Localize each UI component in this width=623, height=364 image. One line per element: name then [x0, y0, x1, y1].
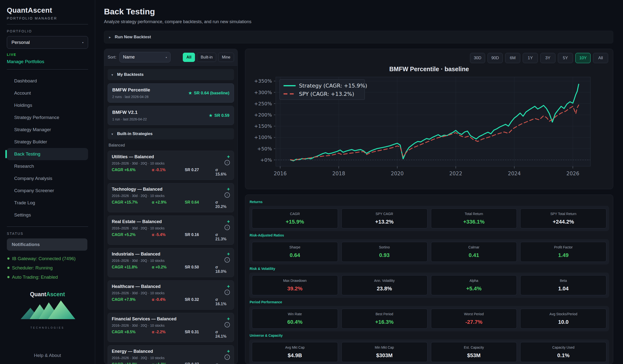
- strategy-card[interactable]: Industrials — Balanced+2016–2026 · 30d ·…: [108, 248, 234, 277]
- equity-curve-chart: +0%+50%+100%+150%+200%+250%+300%+350%201…: [250, 73, 608, 186]
- metric-value: -27.7%: [434, 319, 514, 325]
- section-header-my-backtests[interactable]: ▾ My Backtests: [108, 69, 234, 80]
- add-strategy-button[interactable]: +: [227, 154, 230, 160]
- strategy-card[interactable]: Real Estate — Balanced+2016–2026 · 30d ·…: [108, 216, 234, 245]
- run-new-backtest-label: Run New Backtest: [115, 35, 151, 39]
- strategy-card[interactable]: Energy — Balanced+2016–2026 · 30d · 20Q …: [108, 345, 234, 364]
- svg-text:+50%: +50%: [257, 146, 272, 152]
- section-header-built-in[interactable]: ▾ Built-in Strategies: [108, 128, 234, 140]
- app-subtitle: PORTFOLIO MANAGER: [7, 16, 88, 20]
- range-30d[interactable]: 30D: [470, 53, 485, 63]
- status-dot-icon: [7, 258, 9, 260]
- strategy-meta-row: 2016–2026 · 30d · 20Q · 10 stocksi: [112, 160, 230, 165]
- metric-card: Min Mkt Cap$303M: [341, 342, 427, 362]
- metric-section-label: Returns: [250, 200, 609, 204]
- sidebar-item-settings[interactable]: Settings: [7, 209, 88, 221]
- filter-mine[interactable]: Mine: [218, 53, 234, 62]
- run-new-backtest-bar[interactable]: ▸ Run New Backtest: [104, 31, 613, 43]
- sidebar-item-holdings[interactable]: Holdings: [7, 99, 88, 111]
- metric-label: Min Mkt Cap: [344, 345, 425, 349]
- range-6m[interactable]: 6M: [505, 53, 520, 63]
- metric-label: Est. Capacity: [434, 345, 514, 349]
- info-icon[interactable]: i: [224, 160, 230, 165]
- page-title: Back Testing: [104, 7, 613, 16]
- range-all[interactable]: All: [593, 53, 608, 63]
- metric-label: Total Return: [434, 212, 514, 216]
- add-strategy-button[interactable]: +: [227, 219, 230, 224]
- metric-label: Calmar: [434, 245, 514, 249]
- sort-select[interactable]: Name ▪: [119, 52, 171, 62]
- sidebar-item-research[interactable]: Research: [7, 160, 88, 172]
- add-strategy-button[interactable]: +: [227, 186, 230, 192]
- range-90d[interactable]: 90D: [488, 53, 503, 63]
- range-3y[interactable]: 3Y: [540, 53, 556, 63]
- info-icon[interactable]: i: [224, 257, 230, 263]
- status-text: Scheduler: Running: [12, 265, 53, 270]
- sidebar-item-strategy-manager[interactable]: Strategy Manager: [7, 124, 88, 136]
- svg-text:2022: 2022: [449, 171, 462, 177]
- info-icon[interactable]: i: [224, 192, 230, 198]
- stat-sigma: σ 21.3%: [216, 233, 230, 241]
- strategy-stats-row: CAGR +8.5%α -2.2%SR 0.31σ 24.1%: [112, 330, 230, 339]
- svg-text:+350%: +350%: [254, 78, 272, 84]
- sidebar-item-strategy-performance[interactable]: Strategy Performance: [7, 111, 88, 124]
- filter-all[interactable]: All: [183, 53, 195, 62]
- sidebar-item-company-analysis[interactable]: Company Analysis: [7, 172, 88, 184]
- stat-sharpe: SR 0.31: [185, 330, 215, 339]
- sidebar-item-back-testing[interactable]: Back Testing: [7, 148, 88, 160]
- results-column: 30D90D6M1Y3Y5Y10YAll BMFW Percentile · b…: [245, 49, 613, 364]
- section-header-label: Built-in Strategies: [117, 131, 153, 136]
- notifications-button[interactable]: Notifications: [7, 239, 87, 251]
- sidebar-item-strategy-builder[interactable]: Strategy Builder: [7, 136, 88, 148]
- strategy-meta: 2016–2026 · 30d · 20Q · 10 stocks: [112, 356, 164, 360]
- metric-card: Sortino0.93: [341, 242, 427, 262]
- range-10y[interactable]: 10Y: [576, 53, 591, 63]
- strategy-card[interactable]: Financial Services — Balanced+2016–2026 …: [108, 313, 234, 342]
- section-header-label: My Backtests: [117, 72, 144, 77]
- metric-label: Sortino: [344, 245, 425, 249]
- info-icon[interactable]: i: [224, 322, 230, 327]
- info-icon[interactable]: i: [224, 290, 230, 295]
- metric-section-label: Universe & Capacity: [250, 334, 609, 337]
- add-strategy-button[interactable]: +: [227, 251, 230, 257]
- metric-section-label: Period Performance: [250, 300, 609, 304]
- metric-card: Worst Period-27.7%: [431, 309, 517, 329]
- filter-built-in[interactable]: Built-in: [197, 53, 216, 62]
- metric-card: SPY Total Return+244.2%: [520, 208, 606, 228]
- metric-label: Best Period: [344, 312, 425, 316]
- metric-value: 10.0: [523, 319, 604, 325]
- dropdown-icon: ▪: [82, 40, 84, 44]
- backtest-card[interactable]: BMFW V2.11 run · last 2026-04-22★SR 0.59: [108, 106, 234, 125]
- stat-cagr: CAGR +7.9%: [112, 297, 152, 306]
- sidebar-item-company-screener[interactable]: Company Screener: [7, 184, 88, 197]
- strategy-meta-row: 2016–2026 · 30d · 20Q · 10 stocksi: [112, 354, 230, 360]
- star-icon: ★: [188, 91, 192, 95]
- chart-title: BMFW Percentile · baseline: [250, 66, 608, 73]
- stat-alpha: α -0.4%: [152, 297, 185, 306]
- info-icon[interactable]: i: [224, 225, 230, 230]
- add-strategy-button[interactable]: +: [227, 284, 230, 289]
- metric-label: Win Rate: [255, 312, 335, 316]
- help-about-link[interactable]: Help & About: [7, 353, 88, 360]
- app-root: QuantAscent PORTFOLIO MANAGER PORTFOLIO …: [0, 0, 623, 364]
- stat-alpha: α +2.9%: [152, 200, 185, 209]
- add-strategy-button[interactable]: +: [227, 349, 230, 354]
- portfolio-select[interactable]: Personal ▪: [7, 36, 88, 49]
- range-5y[interactable]: 5Y: [558, 53, 573, 63]
- metric-value: 0.64: [255, 252, 335, 259]
- backtest-sr-badge: ★SR 0.59: [209, 113, 229, 118]
- info-icon[interactable]: i: [224, 354, 230, 360]
- range-1y[interactable]: 1Y: [523, 53, 538, 63]
- strategy-card[interactable]: Utilities — Balanced+2016–2026 · 30d · 2…: [108, 151, 234, 180]
- sidebar-item-account[interactable]: Account: [7, 87, 88, 99]
- sidebar-item-trade-log[interactable]: Trade Log: [7, 197, 88, 209]
- strategy-card[interactable]: Healthcare — Balanced+2016–2026 · 30d · …: [108, 280, 234, 310]
- divider: [7, 24, 88, 24]
- backtest-card[interactable]: BMFW Percentile2 runs · last 2026-04-28★…: [108, 83, 234, 103]
- metric-card: Beta1.04: [520, 275, 606, 295]
- add-strategy-button[interactable]: +: [227, 316, 230, 322]
- svg-text:SPY (CAGR: +13.2%): SPY (CAGR: +13.2%): [299, 91, 354, 97]
- strategy-card[interactable]: Technology — Balanced+2016–2026 · 30d · …: [108, 183, 234, 212]
- manage-portfolios-link[interactable]: Manage Portfolios: [7, 59, 88, 64]
- sidebar-item-dashboard[interactable]: Dashboard: [7, 75, 88, 87]
